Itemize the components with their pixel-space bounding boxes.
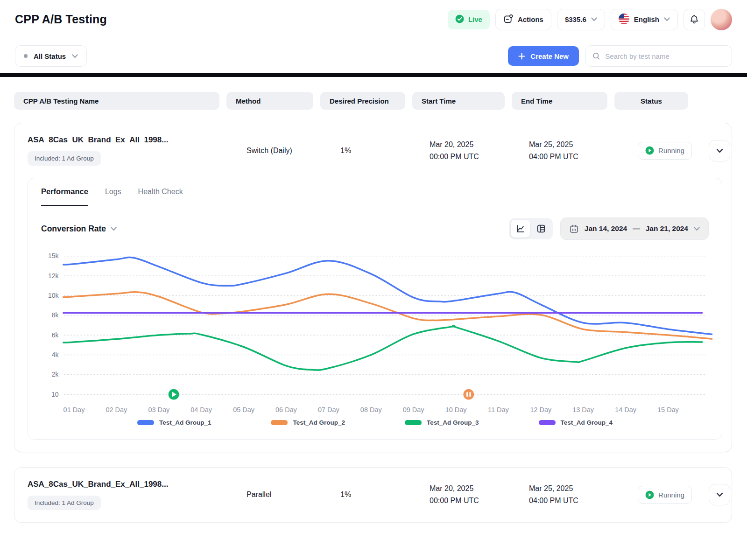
plus-icon — [518, 53, 525, 60]
chart-controls-right: Jan 14, 2024 — Jan 21, 2024 — [509, 217, 709, 240]
tab-health-check[interactable]: Health Check — [138, 178, 183, 206]
live-check-icon — [455, 14, 464, 25]
search-icon — [592, 52, 600, 61]
legend-label: Test_Ad Group_3 — [427, 419, 479, 426]
x-tick-label: 11 Day — [488, 406, 509, 413]
x-tick-label: 10 Day — [445, 406, 467, 413]
tab-performance[interactable]: Performance — [41, 178, 88, 206]
column-header-status: Status — [614, 92, 688, 110]
included-badge: Included: 1 Ad Group — [28, 496, 101, 510]
precision-value: 1% — [334, 147, 419, 155]
status-filter-label: All Status — [34, 52, 66, 60]
toolbar-right: Create New — [508, 45, 732, 67]
notifications-button[interactable] — [684, 9, 705, 30]
column-header-name: CPP A/B Testing Name — [14, 92, 219, 110]
legend-item[interactable]: Test_Ad Group_2 — [271, 419, 345, 426]
chevron-down-icon — [72, 54, 78, 58]
status-badge: Running — [638, 486, 692, 504]
method-value: Switch (Daily) — [240, 147, 327, 155]
actions-button[interactable]: Actions — [495, 9, 551, 30]
pause-marker-icon[interactable] — [463, 389, 474, 400]
page-title: CPP A/B Testing — [15, 13, 107, 26]
status-cell: Running — [628, 486, 702, 504]
series-line-test-ad-group-3 — [63, 326, 702, 370]
legend-swatch-icon — [539, 420, 556, 425]
column-header-start: Start Time — [412, 92, 505, 110]
create-new-label: Create New — [530, 52, 569, 60]
expand-row-button[interactable] — [709, 484, 730, 505]
status-filter-select[interactable]: All Status — [15, 45, 87, 67]
legend-swatch-icon — [137, 420, 154, 425]
end-time-value: Mar 25, 202504:00 PM UTC — [525, 483, 621, 507]
y-tick-label: 8k — [52, 311, 59, 319]
play-marker-icon[interactable] — [169, 389, 179, 400]
status-badge: Running — [638, 142, 692, 160]
x-tick-label: 06 Day — [275, 406, 297, 413]
date-range-end: Jan 21, 2024 — [646, 224, 688, 233]
tab-logs[interactable]: Logs — [105, 178, 121, 206]
column-header-end: End Time — [512, 92, 607, 110]
x-tick-label: 01 Day — [63, 406, 85, 413]
table-header-row: CPP A/B Testing Name Method Desired Prec… — [14, 92, 732, 110]
x-tick-label: 15 Day — [657, 406, 679, 413]
header-controls: Live Actions $335.6 — [448, 9, 732, 30]
calendar-icon — [569, 224, 579, 234]
included-badge: Included: 1 Ad Group — [28, 151, 101, 166]
table-row: ASA_8Cas_UK_Brand_Ex_All_1998... Include… — [28, 480, 722, 510]
legend-item[interactable]: Test_Ad Group_3 — [405, 419, 479, 426]
method-value: Parallel — [240, 490, 327, 499]
bell-icon — [689, 14, 699, 25]
currency-select[interactable]: $335.6 — [557, 9, 605, 30]
x-tick-label: 08 Day — [360, 406, 382, 413]
legend-label: Test_Ad Group_4 — [561, 419, 613, 426]
language-select[interactable]: English — [611, 9, 678, 30]
user-avatar[interactable] — [711, 9, 732, 30]
legend-label: Test_Ad Group_2 — [293, 419, 345, 426]
app-header: CPP A/B Testing Live Actions $335.6 — [0, 0, 747, 39]
x-tick-label: 02 Day — [106, 406, 128, 413]
x-tick-label: 09 Day — [403, 406, 425, 413]
date-range-picker[interactable]: Jan 14, 2024 — Jan 21, 2024 — [560, 217, 709, 240]
test-card-2: ASA_8Cas_UK_Brand_Ex_All_1998... Include… — [14, 467, 732, 523]
metric-select[interactable]: Conversion Rate — [41, 224, 117, 234]
test-name: ASA_8Cas_UK_Brand_Ex_All_1998... — [28, 135, 233, 145]
currency-value: $335.6 — [565, 15, 586, 23]
legend-item[interactable]: Test_Ad Group_1 — [137, 419, 211, 426]
test-name: ASA_8Cas_UK_Brand_Ex_All_1998... — [28, 480, 233, 489]
start-time-value: Mar 20, 202500:00 PM UTC — [426, 483, 518, 507]
search-field[interactable] — [585, 45, 732, 67]
live-status-badge: Live — [448, 10, 490, 29]
chevron-down-icon — [111, 227, 117, 231]
legend-swatch-icon — [271, 420, 288, 425]
line-chart-view-button[interactable] — [511, 220, 530, 238]
y-tick-label: 12k — [48, 272, 59, 280]
main-content: CPP A/B Testing Name Method Desired Prec… — [0, 77, 747, 523]
section-divider-bar — [0, 73, 747, 77]
date-range-start: Jan 14, 2024 — [585, 224, 627, 233]
running-play-icon — [645, 490, 654, 499]
chevron-down-icon — [694, 227, 700, 231]
status-label: Running — [658, 491, 684, 499]
end-time-value: Mar 25, 202504:00 PM UTC — [525, 139, 621, 163]
table-view-button[interactable] — [531, 220, 551, 238]
column-header-method: Method — [226, 92, 313, 110]
status-cell: Running — [628, 142, 702, 160]
collapse-row-button[interactable] — [709, 140, 730, 161]
precision-value: 1% — [334, 490, 419, 499]
y-tick-label: 4k — [52, 351, 59, 358]
x-tick-label: 07 Day — [318, 406, 340, 413]
legend-item[interactable]: Test_Ad Group_4 — [539, 419, 613, 426]
start-time-value: Mar 20, 202500:00 PM UTC — [426, 139, 518, 163]
chevron-down-icon — [591, 17, 597, 21]
x-tick-label: 04 Day — [190, 406, 212, 413]
y-tick-label: 10 — [51, 391, 59, 398]
chevron-down-icon — [716, 148, 723, 153]
create-new-button[interactable]: Create New — [508, 46, 579, 66]
legend-swatch-icon — [405, 420, 422, 425]
legend-label: Test_Ad Group_1 — [159, 419, 211, 426]
chevron-down-icon — [716, 492, 723, 497]
chart-legend: Test_Ad Group_1Test_Ad Group_2Test_Ad Gr… — [28, 415, 722, 439]
date-range-separator: — — [633, 224, 640, 233]
x-tick-label: 12 Day — [530, 406, 552, 413]
search-input[interactable] — [605, 52, 725, 60]
